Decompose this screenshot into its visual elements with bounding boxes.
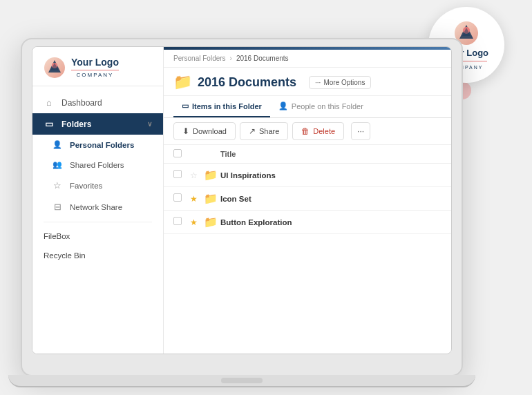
header-title-col: Title	[220, 150, 441, 158]
sidebar-item-recycle-bin[interactable]: Recycle Bin	[32, 246, 163, 265]
actions-toolbar: ⬇ Download ↗ Share 🗑 Delete ···	[164, 118, 451, 145]
shared-icon: 👥	[52, 160, 63, 169]
laptop-base	[8, 375, 475, 387]
breadcrumb-separator: ›	[230, 55, 232, 62]
logo-text: Your Logo COMPANY	[71, 57, 119, 77]
delete-label: Delete	[313, 127, 335, 135]
person-icon: 👤	[52, 140, 63, 149]
header-checkbox[interactable]	[173, 149, 182, 157]
file-list-header: Title	[164, 145, 451, 164]
sidebar-item-recycle-label: Recycle Bin	[44, 251, 86, 260]
star-filled-icon: ★	[190, 194, 198, 204]
sidebar-logo-icon	[44, 57, 66, 79]
ellipsis-icon: ···	[315, 79, 321, 86]
app-container: Your Logo COMPANY ⌂ Dashboard ▭ Folders	[32, 47, 451, 354]
tab-people-icon: 👤	[278, 102, 288, 110]
tab-items-label: Items in this Folder	[192, 102, 262, 110]
sidebar-item-favorites[interactable]: ☆ Favorites	[32, 175, 163, 196]
file-folder-icon-1: 📁	[204, 168, 220, 182]
nav-divider	[44, 222, 152, 222]
trash-icon: 🗑	[301, 126, 310, 136]
sidebar-item-shared-label: Shared Folders	[70, 161, 124, 169]
file-name-2: Icon Set	[220, 195, 441, 203]
chevron-down-icon: ∨	[147, 120, 152, 128]
sidebar-item-network-share[interactable]: ⊟ Network Share	[32, 196, 163, 218]
download-icon: ⬇	[182, 126, 189, 136]
share-label: Share	[259, 127, 279, 135]
download-label: Download	[193, 127, 227, 135]
logo-company: COMPANY	[71, 72, 119, 78]
tabs-bar: ▭ Items in this Folder 👤 People on this …	[164, 96, 451, 118]
file-name-1: UI Inspirations	[220, 171, 441, 180]
folder-title-icon: 📁	[173, 73, 192, 91]
laptop-screen: Your Logo COMPANY ⌂ Dashboard ▭ Folders	[32, 46, 452, 354]
file-folder-icon-2: 📁	[204, 192, 220, 205]
file-star-3[interactable]: ★	[190, 218, 204, 227]
tab-items-in-folder[interactable]: ▭ Items in this Folder	[173, 96, 270, 117]
sidebar: Your Logo COMPANY ⌂ Dashboard ▭ Folders	[32, 47, 164, 354]
sidebar-item-folders[interactable]: ▭ Folders ∨	[32, 113, 163, 135]
tab-people-label: People on this Folder	[292, 102, 363, 110]
star-filled-icon: ★	[190, 218, 198, 227]
file-row[interactable]: ☆ 📁 UI Inspirations	[164, 164, 451, 187]
star-icon: ☆	[52, 180, 63, 191]
more-options-button[interactable]: ··· More Options	[309, 76, 371, 89]
file-star-1[interactable]: ☆	[190, 171, 204, 180]
sidebar-item-folders-label: Folders	[61, 119, 91, 129]
breadcrumb-parent: Personal Folders	[173, 55, 226, 62]
sidebar-item-dashboard[interactable]: ⌂ Dashboard	[32, 92, 163, 113]
header-check-col	[173, 149, 190, 159]
sidebar-item-dashboard-label: Dashboard	[61, 98, 102, 108]
folder-icon: ▭	[44, 119, 55, 129]
actions-more-button[interactable]: ···	[351, 122, 370, 140]
share-icon: ↗	[249, 126, 256, 136]
delete-button[interactable]: 🗑 Delete	[292, 122, 344, 140]
tab-people-on-folder[interactable]: 👤 People on this Folder	[270, 96, 372, 117]
logo-name: Your Logo	[71, 57, 119, 68]
more-options-label: More Options	[323, 79, 365, 86]
sidebar-navigation: ⌂ Dashboard ▭ Folders ∨ 👤 Personal Folde…	[32, 86, 163, 354]
download-button[interactable]: ⬇ Download	[173, 122, 236, 140]
sidebar-item-shared-folders[interactable]: 👥 Shared Folders	[32, 155, 163, 175]
file-row[interactable]: ★ 📁 Icon Set	[164, 187, 451, 211]
star-empty-icon: ☆	[190, 171, 198, 180]
file-list: Title ☆ 📁 UI Inspirations	[164, 145, 451, 354]
sidebar-item-personal-folders[interactable]: 👤 Personal Folders	[32, 135, 163, 155]
sidebar-logo: Your Logo COMPANY	[32, 47, 163, 86]
file-star-2[interactable]: ★	[190, 194, 204, 204]
breadcrumb-current: 2016 Documents	[236, 55, 289, 62]
file-row[interactable]: ★ 📁 Button Exploration	[164, 211, 451, 234]
file-checkbox-2[interactable]	[173, 193, 190, 204]
home-icon: ⌂	[44, 97, 55, 108]
sidebar-item-personal-label: Personal Folders	[70, 141, 134, 149]
sidebar-item-favorites-label: Favorites	[70, 182, 102, 190]
sidebar-item-network-label: Network Share	[70, 203, 122, 211]
tab-folder-icon: ▭	[182, 102, 189, 110]
share-button[interactable]: ↗ Share	[240, 122, 288, 140]
file-name-3: Button Exploration	[220, 218, 441, 227]
more-icon: ···	[357, 126, 364, 136]
main-content: Personal Folders › 2016 Documents 📁 2016…	[164, 47, 451, 354]
folder-title: 2016 Documents	[198, 75, 296, 90]
logo-divider	[71, 70, 119, 70]
file-folder-icon-3: 📁	[204, 215, 220, 229]
sidebar-item-filebox-label: FileBox	[44, 232, 70, 240]
file-checkbox-3[interactable]	[173, 217, 190, 227]
laptop-outer: Your Logo COMPANY ⌂ Dashboard ▭ Folders	[21, 38, 463, 376]
sidebar-item-filebox[interactable]: FileBox	[32, 227, 163, 246]
folder-header: 📁 2016 Documents ··· More Options	[164, 68, 451, 96]
network-icon: ⊟	[52, 202, 63, 212]
file-checkbox-1[interactable]	[173, 170, 190, 180]
breadcrumb: Personal Folders › 2016 Documents	[164, 50, 451, 68]
